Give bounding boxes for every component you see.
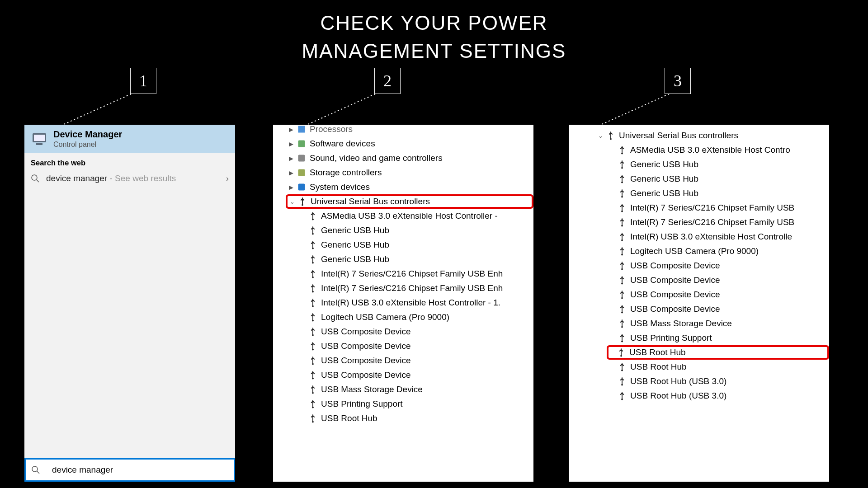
tree-item[interactable]: Logitech USB Camera (Pro 9000): [273, 310, 533, 324]
tree-item-label: USB Composite Device: [630, 290, 720, 300]
tree-item[interactable]: ▶Software devices: [273, 136, 533, 151]
search-icon: [31, 174, 40, 183]
tree-item-cutoff[interactable]: ▶ Processors: [273, 125, 533, 136]
tree-item-usb-root-hub-highlighted[interactable]: USB Root Hub: [607, 345, 829, 360]
tree-item-label: USB Composite Device: [321, 356, 411, 366]
svg-point-36: [621, 211, 623, 212]
tree-item[interactable]: Intel(R) 7 Series/C216 Chipset Family US…: [569, 215, 829, 230]
tree-item[interactable]: USB Root Hub: [273, 411, 533, 426]
tree-item[interactable]: USB Printing Support: [273, 397, 533, 411]
tree-item[interactable]: Intel(R) USB 3.0 eXtensible Host Control…: [569, 230, 829, 244]
usb-icon: [618, 203, 627, 212]
svg-point-16: [312, 219, 314, 221]
tree-item-usb-category-highlighted[interactable]: ⌄ Universal Serial Bus controllers: [286, 194, 533, 209]
tree-item-label: Generic USB Hub: [321, 225, 389, 235]
usb-icon: [308, 342, 317, 351]
tree-item[interactable]: USB Mass Storage Device: [273, 382, 533, 397]
tree-item[interactable]: Generic USB Hub: [273, 252, 533, 267]
tree-item[interactable]: Intel(R) 7 Series/C216 Chipset Family US…: [273, 281, 533, 296]
tree-item[interactable]: USB Root Hub (USB 3.0): [569, 374, 829, 389]
tree-item[interactable]: ASMedia USB 3.0 eXtensible Host Contro: [569, 143, 829, 157]
tree-item[interactable]: ▶System devices: [273, 180, 533, 194]
tree-item[interactable]: ▶Sound, video and game controllers: [273, 151, 533, 165]
tree-item[interactable]: Generic USB Hub: [569, 172, 829, 186]
svg-point-40: [621, 268, 623, 270]
device-tree-panel-3: ⌄ Universal Serial Bus controllers ASMed…: [569, 125, 829, 482]
svg-rect-14: [298, 184, 305, 191]
tree-item-label: Sound, video and game controllers: [310, 153, 443, 163]
tree-item[interactable]: USB Composite Device: [569, 273, 829, 287]
tree-item-label: USB Mass Storage Device: [630, 319, 732, 328]
search-input[interactable]: device manager: [24, 458, 235, 482]
sound-icon: [297, 154, 306, 163]
usb-icon: [618, 319, 627, 328]
tree-item[interactable]: ▶Storage controllers: [273, 165, 533, 180]
tree-item-label: USB Composite Device: [630, 261, 720, 271]
svg-point-43: [621, 312, 623, 314]
web-result-text: device manager - See web results: [46, 174, 176, 183]
tree-item[interactable]: USB Composite Device: [273, 353, 533, 368]
tree-item-label: USB Composite Device: [321, 341, 411, 351]
usb-icon: [308, 298, 317, 307]
processor-icon: [297, 125, 306, 134]
svg-point-22: [312, 305, 314, 307]
svg-point-45: [621, 341, 623, 343]
svg-point-15: [302, 204, 303, 206]
svg-point-38: [621, 239, 623, 241]
tree-item-label: USB Printing Support: [321, 399, 403, 409]
svg-point-49: [621, 399, 623, 400]
tree-item[interactable]: Generic USB Hub: [569, 157, 829, 172]
tree-item[interactable]: Intel(R) 7 Series/C216 Chipset Family US…: [569, 201, 829, 215]
usb-icon: [618, 247, 627, 256]
result-title: Device Manager: [53, 129, 122, 140]
gear-icon: [297, 139, 306, 148]
tree-item[interactable]: ASMedia USB 3.0 eXtensible Host Controll…: [273, 209, 533, 223]
tree-item-label: Logitech USB Camera (Pro 9000): [321, 312, 449, 322]
tree-item-label: Generic USB Hub: [321, 240, 389, 250]
tree-item[interactable]: Logitech USB Camera (Pro 9000): [569, 244, 829, 258]
tree-item[interactable]: USB Composite Device: [569, 302, 829, 316]
tree-item[interactable]: USB Composite Device: [273, 324, 533, 339]
usb-icon: [308, 414, 317, 423]
usb-icon: [618, 305, 627, 314]
svg-point-25: [312, 349, 314, 351]
tree-item[interactable]: USB Composite Device: [273, 339, 533, 353]
tree-item[interactable]: USB Printing Support: [569, 331, 829, 345]
tree-item[interactable]: Intel(R) USB 3.0 eXtensible Host Control…: [273, 296, 533, 310]
tree-item-label: USB Composite Device: [630, 304, 720, 314]
tree-item-label: Intel(R) USB 3.0 eXtensible Host Control…: [630, 232, 792, 242]
svg-point-26: [312, 363, 314, 365]
tree-item[interactable]: USB Mass Storage Device: [569, 316, 829, 331]
tree-item[interactable]: USB Composite Device: [569, 258, 829, 273]
usb-icon: [308, 269, 317, 278]
tree-item[interactable]: USB Root Hub (USB 3.0): [569, 389, 829, 403]
usb-icon: [308, 371, 317, 380]
svg-point-29: [312, 407, 314, 408]
web-result-row[interactable]: device manager - See web results ›: [24, 170, 235, 187]
tree-item[interactable]: USB Composite Device: [569, 287, 829, 302]
usb-icon: [308, 313, 317, 322]
usb-icon: [618, 218, 627, 227]
device-manager-icon: [31, 131, 48, 148]
tree-item[interactable]: Generic USB Hub: [273, 238, 533, 252]
tree-item[interactable]: Generic USB Hub: [273, 223, 533, 238]
tree-item[interactable]: Intel(R) 7 Series/C216 Chipset Family US…: [273, 267, 533, 281]
chevron-right-icon: ▶: [287, 169, 296, 176]
device-tree-panel-2: ▶ Processors ▶Software devices▶Sound, vi…: [273, 125, 533, 482]
tree-item[interactable]: USB Composite Device: [273, 368, 533, 382]
svg-line-0: [59, 94, 131, 127]
tree-item-label: Universal Serial Bus controllers: [619, 131, 738, 141]
tree-item[interactable]: USB Root Hub: [569, 360, 829, 374]
svg-point-6: [32, 175, 37, 180]
usb-icon: [606, 131, 615, 140]
usb-icon: [618, 276, 627, 285]
tree-item-usb-category[interactable]: ⌄ Universal Serial Bus controllers: [569, 128, 829, 143]
usb-icon: [618, 174, 627, 183]
tree-item[interactable]: Generic USB Hub: [569, 186, 829, 201]
tree-item-label: USB Root Hub (USB 3.0): [630, 376, 726, 386]
chevron-right-icon: ▶: [287, 155, 296, 162]
tree-item-label: USB Composite Device: [630, 275, 720, 285]
tree-item-label: USB Mass Storage Device: [321, 385, 423, 394]
system-icon: [297, 183, 306, 192]
search-top-result[interactable]: Device Manager Control panel: [24, 125, 235, 153]
